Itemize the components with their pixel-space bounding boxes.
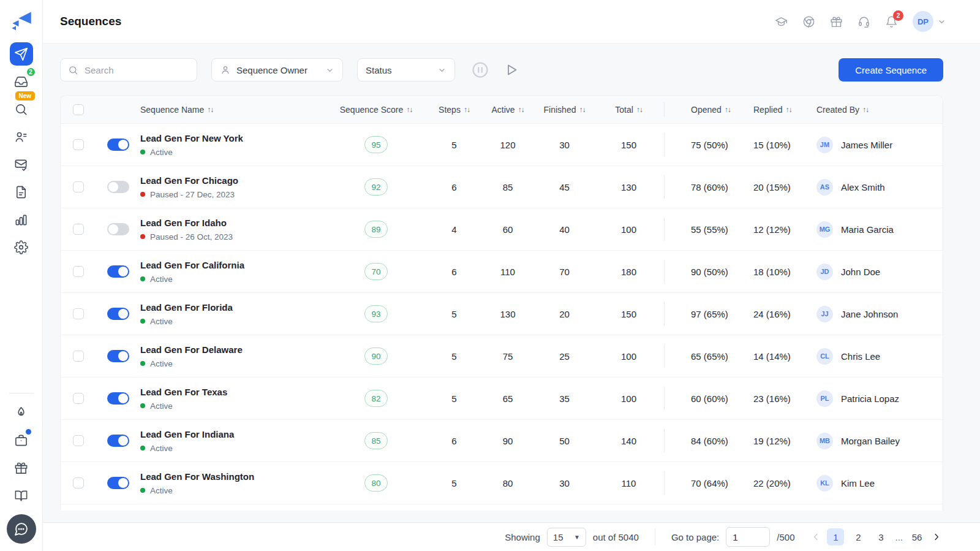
row-checkbox[interactable] [73, 477, 84, 488]
goto-page-input[interactable] [726, 527, 770, 547]
pager-page[interactable]: 1 [827, 528, 844, 545]
row-checkbox[interactable] [73, 393, 84, 404]
previous-page-button[interactable] [810, 531, 821, 542]
column-header-sequence-score[interactable]: Sequence Score↑↓ [324, 105, 428, 115]
status-filter[interactable]: Status [357, 58, 455, 82]
create-sequence-button[interactable]: Create Sequence [839, 58, 943, 82]
column-header-finished[interactable]: Finished↑↓ [535, 105, 594, 115]
sidebar-item-templates[interactable] [10, 180, 33, 203]
new-feature-badge: New [15, 91, 36, 101]
sidebar-item-analytics[interactable] [10, 208, 33, 231]
status-text: Active [150, 359, 173, 368]
column-header-active[interactable]: Active↑↓ [480, 105, 535, 115]
sequence-name[interactable]: Lead Gen For California [140, 260, 324, 270]
finished-value: 50 [535, 436, 594, 446]
sidebar-item-search[interactable]: New [10, 97, 33, 121]
sequence-name[interactable]: Lead Gen For Florida [140, 302, 324, 313]
opened-value: 78 (60%) [664, 182, 744, 192]
per-page-select[interactable]: 15 ▼ [547, 528, 586, 547]
next-page-button[interactable] [931, 531, 942, 542]
status-text: Active [150, 401, 173, 411]
sequence-name-cell: Lead Gen For WashingtonActive [140, 471, 324, 495]
sequence-toggle[interactable] [107, 223, 129, 235]
status-text: Active [150, 317, 173, 326]
score-cell: 80 [324, 474, 428, 492]
sequence-name[interactable]: Lead Gen For Chicago [140, 175, 324, 186]
sequence-toggle[interactable] [107, 477, 129, 489]
column-header-total[interactable]: Total↑↓ [594, 105, 664, 115]
sequence-owner-filter[interactable]: Sequence Owner [211, 58, 343, 82]
sequence-toggle[interactable] [107, 181, 129, 193]
academy-button[interactable] [775, 15, 788, 28]
support-button[interactable] [858, 15, 870, 28]
pager-page[interactable]: 2 [850, 528, 867, 545]
sequence-toggle[interactable] [107, 350, 129, 362]
sequence-name[interactable]: Lead Gen For New York [140, 133, 324, 143]
table-row: Lead Gen For IdahoPaused - 26 Oct, 20238… [61, 208, 943, 251]
row-checkbox[interactable] [73, 308, 84, 319]
sidebar-item-engage[interactable] [10, 401, 33, 424]
search-input[interactable] [83, 64, 189, 76]
sidebar-secondary-nav [10, 401, 33, 507]
sequence-score-badge: 90 [364, 348, 388, 365]
sequence-toggle[interactable] [107, 139, 129, 151]
page-total-label: /500 [777, 532, 794, 542]
sidebar-item-settings[interactable] [10, 235, 33, 259]
main-area: Sequences [43, 0, 980, 551]
sequence-toggle[interactable] [107, 265, 129, 278]
pager-page[interactable]: 3 [872, 528, 889, 545]
row-checkbox[interactable] [73, 266, 84, 277]
column-header-replied[interactable]: Replied↑↓ [744, 105, 816, 115]
browser-extension-button[interactable] [802, 15, 815, 28]
bulk-resume-button[interactable] [504, 63, 519, 77]
row-select-cell [61, 351, 96, 362]
chat-support-button[interactable] [7, 514, 36, 544]
pager-page[interactable]: 56 [908, 528, 925, 545]
top-bar: Sequences [43, 0, 980, 44]
row-checkbox[interactable] [73, 435, 84, 446]
status-filter-label: Status [366, 65, 392, 75]
owner-name: Patricia Lopaz [841, 393, 899, 404]
row-toggle-cell [96, 223, 140, 235]
created-by-cell: PLPatricia Lopaz [816, 390, 943, 407]
sidebar-item-inbox[interactable]: 2 [10, 70, 33, 93]
column-header-opened[interactable]: Opened↑↓ [664, 105, 744, 115]
created-by-cell: ASAlex Smith [816, 179, 943, 196]
toggle-knob [118, 436, 128, 446]
sidebar-item-email-accounts[interactable] [10, 153, 33, 176]
sequence-name[interactable]: Lead Gen For Indiana [140, 429, 324, 439]
sequence-name[interactable]: Lead Gen For Washington [140, 471, 324, 482]
row-checkbox[interactable] [73, 181, 84, 192]
row-select-cell [61, 393, 96, 404]
sequence-toggle[interactable] [107, 435, 129, 447]
column-header-steps[interactable]: Steps↑↓ [428, 105, 480, 115]
row-checkbox[interactable] [73, 139, 84, 150]
sequence-toggle[interactable] [107, 308, 129, 320]
sequence-name[interactable]: Lead Gen For Texas [140, 387, 324, 397]
sidebar-item-contacts[interactable] [10, 125, 33, 148]
row-checkbox[interactable] [73, 351, 84, 362]
search-box[interactable] [60, 58, 197, 82]
sequence-name[interactable]: Lead Gen For Delaware [140, 344, 324, 355]
finished-value: 30 [535, 478, 594, 488]
sidebar-item-resources[interactable] [10, 484, 33, 507]
row-checkbox[interactable] [73, 224, 84, 235]
sequence-status: Paused - 26 Oct, 2023 [140, 232, 324, 241]
notifications-button[interactable]: 2 [885, 15, 898, 28]
sidebar-item-rewards[interactable] [10, 456, 33, 479]
sidebar-item-job-board[interactable] [10, 428, 33, 452]
bulk-pause-button[interactable] [471, 61, 489, 79]
replied-value: 23 (16%) [744, 393, 816, 404]
active-value: 90 [480, 436, 535, 446]
sidebar-item-sequences[interactable] [10, 42, 33, 66]
sequence-name[interactable]: Lead Gen For Idaho [140, 218, 324, 228]
status-dot-icon [140, 403, 145, 408]
select-all-checkbox[interactable] [73, 104, 84, 115]
column-header-label: Total [615, 105, 633, 115]
column-header-created-by[interactable]: Created By↑↓ [816, 105, 943, 115]
column-header-sequence-name[interactable]: Sequence Name↑↓ [140, 105, 324, 115]
owner-name: Morgan Bailey [841, 436, 900, 446]
sequence-toggle[interactable] [107, 392, 129, 405]
rewards-button[interactable] [830, 15, 843, 28]
user-menu[interactable]: DP [913, 11, 946, 32]
